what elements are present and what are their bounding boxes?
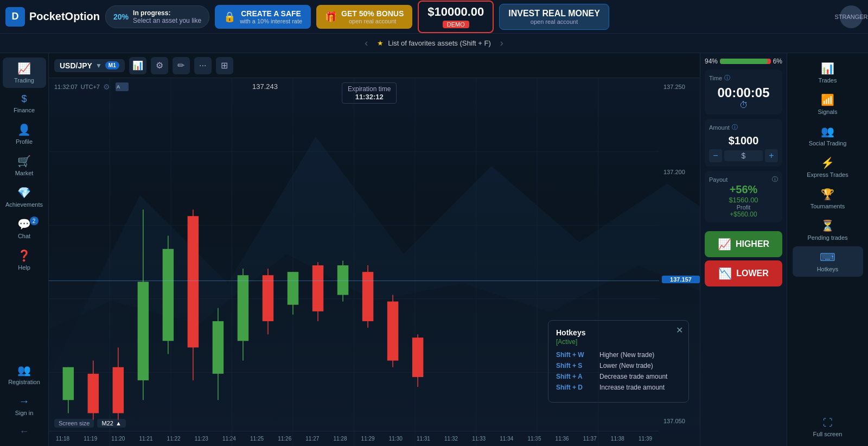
amount-section: Amount ⓘ $1000 − $ + bbox=[705, 119, 782, 167]
right-nav-express-trades[interactable]: ⚡ Express Trades bbox=[793, 152, 863, 182]
lower-label: LOWER bbox=[736, 269, 769, 278]
dropdown-icon: ▼ bbox=[95, 62, 102, 69]
svg-rect-26 bbox=[188, 216, 199, 347]
sidebar-item-signin[interactable]: → Sign in bbox=[3, 391, 46, 420]
right-nav-signals[interactable]: 📶 Signals bbox=[793, 89, 863, 119]
fav-prev-arrow[interactable]: ‹ bbox=[360, 37, 373, 49]
progress-bar-fill bbox=[720, 59, 768, 64]
progress-right-label: 6% bbox=[773, 58, 782, 65]
chart-top-price: 137.243 bbox=[252, 82, 278, 91]
sidebar-item-help[interactable]: ❓ Help bbox=[3, 245, 46, 275]
sidebar-back-arrow[interactable]: ← bbox=[3, 422, 46, 442]
payout-section: Payout ⓘ +56% $1560.00 Profit +$560.00 bbox=[705, 171, 782, 222]
right-nav-trades[interactable]: 📊 Trades bbox=[793, 58, 863, 88]
amount-increase-button[interactable]: + bbox=[765, 149, 778, 162]
sidebar-item-chat[interactable]: 💬 Chat 2 bbox=[3, 213, 46, 244]
left-sidebar: 📈 Trading $ Finance 👤 Profile 🛒 Market 💎… bbox=[0, 53, 49, 446]
sidebar-item-finance[interactable]: $ Finance bbox=[3, 89, 46, 118]
social-trading-label: Social Trading bbox=[809, 140, 847, 146]
fav-star-icon: ★ bbox=[377, 39, 384, 47]
profile-label: Profile bbox=[16, 138, 33, 145]
sidebar-item-trading[interactable]: 📈 Trading bbox=[3, 58, 46, 88]
avatar[interactable]: STRANGER bbox=[840, 5, 863, 28]
back-icon: ← bbox=[20, 426, 29, 437]
chart-layout-button[interactable]: ⊞ bbox=[216, 57, 233, 74]
payout-percentage: +56% bbox=[709, 183, 778, 196]
logo-area: D PocketOption bbox=[5, 7, 100, 27]
svg-rect-28 bbox=[213, 321, 224, 374]
sidebar-item-market[interactable]: 🛒 Market bbox=[3, 150, 46, 181]
trading-label: Trading bbox=[14, 77, 34, 84]
payout-info-icon[interactable]: ⓘ bbox=[772, 175, 778, 183]
asset-selector[interactable]: USD/JPY ▼ M1 bbox=[54, 59, 125, 72]
higher-label: HIGHER bbox=[736, 239, 769, 249]
svg-rect-20 bbox=[113, 367, 124, 413]
time-info-icon[interactable]: ⓘ bbox=[724, 74, 730, 82]
fav-next-arrow[interactable]: › bbox=[495, 37, 508, 49]
progress-sub: Select an asset you like bbox=[133, 17, 201, 24]
sidebar-item-achievements[interactable]: 💎 Achievements bbox=[3, 182, 46, 212]
current-price-bubble: 137.157 bbox=[662, 276, 700, 283]
tournaments-label: Tournaments bbox=[810, 203, 845, 209]
fav-bar-text: List of favorites assets (Shift + F) bbox=[388, 39, 491, 47]
amount-decrease-button[interactable]: − bbox=[709, 149, 722, 162]
profile-icon: 👤 bbox=[17, 123, 31, 136]
right-nav-hotkeys[interactable]: ⌨ Hotkeys bbox=[793, 246, 863, 277]
trade-panel: 94% 6% Time ⓘ 00:00:05 ⏱ Amount ⓘ $1000 … bbox=[700, 53, 787, 446]
safe-icon: 🔒 bbox=[224, 11, 235, 23]
bonus-btn-sub: open real account bbox=[341, 18, 404, 24]
right-nav-fullscreen[interactable]: ⛶ Full screen bbox=[793, 413, 863, 442]
profit-label: Profit bbox=[709, 204, 778, 211]
chart-more-button[interactable]: ··· bbox=[194, 57, 212, 74]
finance-icon: $ bbox=[21, 93, 27, 105]
amount-info-icon[interactable]: ⓘ bbox=[732, 123, 738, 131]
right-nav-pending-trades[interactable]: ⏳ Pending trades bbox=[793, 215, 863, 245]
express-trades-label: Express Trades bbox=[807, 171, 848, 178]
chart-stats-button[interactable]: 📊 bbox=[129, 57, 146, 74]
invest-real-money-button[interactable]: INVEST REAL MONEY open real account bbox=[499, 4, 609, 30]
progress-title: In progress: bbox=[133, 9, 201, 17]
clock-icon[interactable]: ⏱ bbox=[709, 100, 778, 110]
chat-badge: 2 bbox=[30, 216, 39, 225]
trades-icon: 📊 bbox=[821, 62, 834, 75]
finance-label: Finance bbox=[14, 107, 35, 113]
svg-rect-42 bbox=[387, 302, 398, 361]
top-header: D PocketOption 20% In progress: Select a… bbox=[0, 0, 868, 34]
svg-rect-16 bbox=[63, 367, 74, 400]
time-section-label: Time bbox=[709, 75, 722, 81]
gift-icon: 🎁 bbox=[325, 11, 337, 23]
pending-trades-icon: ⏳ bbox=[821, 219, 834, 232]
demo-label: DEMO bbox=[443, 21, 469, 28]
tournaments-icon: 🏆 bbox=[821, 188, 834, 201]
svg-rect-34 bbox=[288, 272, 298, 305]
time-section: Time ⓘ 00:00:05 ⏱ bbox=[705, 69, 782, 114]
lower-chart-icon: 📉 bbox=[718, 267, 732, 280]
chart-content: 11:32:07 UTC+7 ⚙ A 137.243 Expiration ti… bbox=[49, 78, 700, 446]
safe-btn-title: CREATE A SAFE bbox=[240, 9, 302, 18]
trading-icon: 📈 bbox=[17, 62, 31, 75]
bonus-btn-title: GET 50% BONUS bbox=[341, 9, 404, 18]
get-bonus-button[interactable]: 🎁 GET 50% BONUS open real account bbox=[316, 5, 412, 29]
chart-draw-button[interactable]: ✏ bbox=[173, 57, 190, 74]
progress-badge: 20% In progress: Select an asset you lik… bbox=[105, 5, 209, 28]
signin-icon: → bbox=[19, 395, 30, 407]
right-nav-tournaments[interactable]: 🏆 Tournaments bbox=[793, 183, 863, 214]
hotkeys-close-button[interactable]: ✕ bbox=[676, 325, 683, 335]
create-safe-button[interactable]: 🔒 CREATE A SAFE with a 10% interest rate bbox=[215, 5, 311, 29]
svg-rect-30 bbox=[238, 275, 248, 341]
candles-chart bbox=[49, 78, 659, 446]
higher-button[interactable]: 📈 HIGHER bbox=[705, 231, 782, 257]
trades-label: Trades bbox=[819, 77, 837, 84]
chart-settings-button[interactable]: ⚙ bbox=[151, 57, 168, 74]
demo-balance[interactable]: $10000.00 DEMO bbox=[418, 1, 494, 33]
timeframe-badge: M1 bbox=[105, 61, 119, 69]
sidebar-item-profile[interactable]: 👤 Profile bbox=[3, 119, 46, 149]
signals-label: Signals bbox=[818, 109, 837, 115]
registration-label: Registration bbox=[8, 379, 40, 385]
lower-button[interactable]: 📉 LOWER bbox=[705, 260, 782, 286]
right-nav-social-trading[interactable]: 👥 Social Trading bbox=[793, 120, 863, 151]
sidebar-item-registration[interactable]: 👥 Registration bbox=[3, 359, 46, 390]
express-trades-icon: ⚡ bbox=[821, 156, 834, 169]
price-level-5: 137.050 bbox=[663, 418, 695, 424]
progress-bar-container bbox=[720, 59, 771, 64]
